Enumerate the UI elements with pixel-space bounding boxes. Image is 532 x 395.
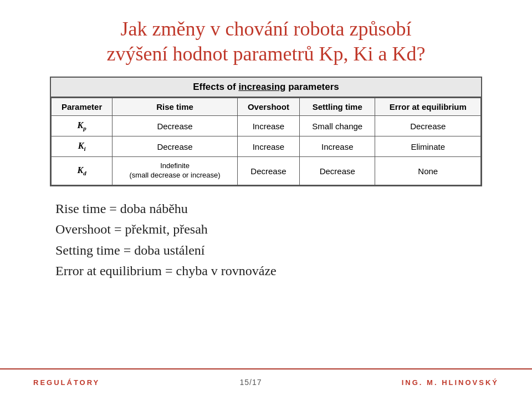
pid-effects-table: Parameter Rise time Overshoot Settling t… (51, 98, 481, 185)
col-header-rise-time: Rise time (112, 98, 238, 116)
param-kd: Kd (52, 157, 112, 185)
table-row: Kd Indefinite (small decrease or increas… (52, 157, 481, 185)
slide-footer: REGULÁTORY 15/17 ING. M. HLINOVSKÝ (0, 368, 532, 395)
slide-container: Jak změny v chování robota způsobí zvýše… (0, 0, 532, 395)
footer-page-number: 15/17 (240, 378, 262, 387)
table-header-row: Parameter Rise time Overshoot Settling t… (52, 98, 481, 116)
col-header-overshoot: Overshoot (237, 98, 299, 116)
kp-settling-time: Small change (300, 116, 375, 136)
table-title: Effects of increasing parameters (51, 78, 481, 98)
notes-section: Rise time = doba náběhu Overshoot = přek… (50, 199, 482, 281)
note-rise-time: Rise time = doba náběhu (55, 199, 482, 219)
ki-overshoot: Increase (237, 136, 299, 157)
param-kp: Kp (52, 116, 112, 136)
col-header-parameter: Parameter (52, 98, 112, 116)
kp-rise-time: Decrease (112, 116, 238, 136)
kp-overshoot: Increase (237, 116, 299, 136)
kp-error: Decrease (375, 116, 481, 136)
kd-overshoot: Decrease (237, 157, 299, 185)
kd-settling-time: Decrease (300, 157, 375, 185)
note-error: Error at equilibrium = chyba v rovnováze (55, 261, 482, 281)
table-row: Ki Decrease Increase Increase Eliminate (52, 136, 481, 157)
ki-rise-time: Decrease (112, 136, 238, 157)
kd-rise-time: Indefinite (small decrease or increase) (112, 157, 238, 185)
param-ki: Ki (52, 136, 112, 157)
ki-settling-time: Increase (300, 136, 375, 157)
col-header-error: Error at equilibrium (375, 98, 481, 116)
slide-title: Jak změny v chování robota způsobí zvýše… (107, 17, 426, 67)
footer-left-label: REGULÁTORY (33, 378, 100, 387)
col-header-settling-time: Settling time (300, 98, 375, 116)
table-row: Kp Decrease Increase Small change Decrea… (52, 116, 481, 136)
pid-table-wrapper: Effects of increasing parameters Paramet… (50, 77, 482, 186)
note-settling-time: Setting time = doba ustálení (55, 240, 482, 261)
note-overshoot: Overshoot = překmit, přesah (55, 219, 482, 240)
ki-error: Eliminate (375, 136, 481, 157)
footer-right-label: ING. M. HLINOVSKÝ (402, 378, 499, 387)
kd-error: None (375, 157, 481, 185)
